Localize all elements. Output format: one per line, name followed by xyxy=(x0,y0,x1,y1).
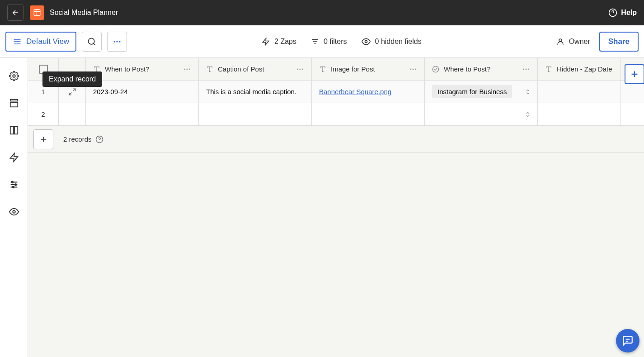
svg-point-26 xyxy=(432,66,438,72)
table-row[interactable]: 1 2023-09-24 This is a social media capt… xyxy=(28,81,644,103)
hidden-label: 0 hidden fields xyxy=(375,38,422,46)
svg-rect-0 xyxy=(34,10,40,16)
svg-point-23 xyxy=(410,68,411,70)
cell-when[interactable]: 2023-09-24 xyxy=(86,81,199,103)
svg-point-19 xyxy=(189,68,190,70)
svg-point-7 xyxy=(559,39,562,42)
data-table: When to Post? Caption of Post Image xyxy=(28,58,644,153)
sidebar-layout[interactable] xyxy=(9,98,19,109)
column-label: Where to Post? xyxy=(444,65,490,73)
toolbar-center: 2 Zaps 0 filters 0 hidden fields xyxy=(127,37,556,46)
chat-fab-button[interactable] xyxy=(616,329,639,352)
svg-point-20 xyxy=(297,68,298,70)
file-link[interactable]: Bannerbear Square.png xyxy=(319,88,391,95)
help-label: Help xyxy=(621,9,637,17)
record-count-text: 2 records xyxy=(63,135,92,143)
expand-row-button[interactable] xyxy=(59,103,86,125)
selector-handle-icon[interactable] xyxy=(525,111,531,118)
back-button[interactable] xyxy=(7,5,24,21)
app-icon xyxy=(30,5,44,20)
row-number[interactable]: 2 xyxy=(28,103,59,125)
svg-point-6 xyxy=(365,40,367,43)
plus-icon xyxy=(39,135,48,144)
text-icon xyxy=(319,66,326,73)
column-header-caption[interactable]: Caption of Post xyxy=(199,58,312,80)
sidebar-settings[interactable] xyxy=(9,71,19,81)
cell-caption[interactable]: This is a social media caption. xyxy=(199,81,312,103)
sidebar-automation[interactable] xyxy=(9,152,19,163)
text-icon xyxy=(545,66,552,73)
selector-handle-icon[interactable] xyxy=(525,89,531,95)
view-selector-button[interactable]: Default View xyxy=(5,32,76,52)
table-footer: 2 records xyxy=(28,126,644,153)
cell-hidden[interactable] xyxy=(538,103,621,125)
column-label: When to Post? xyxy=(105,65,149,73)
cell-when[interactable] xyxy=(86,103,199,125)
user-icon xyxy=(556,38,564,46)
column-header-hidden[interactable]: Hidden - Zap Date xyxy=(538,58,621,80)
svg-point-18 xyxy=(187,68,188,70)
plus-icon xyxy=(630,69,639,79)
svg-point-8 xyxy=(13,75,15,77)
svg-point-25 xyxy=(415,68,416,70)
column-menu-button[interactable] xyxy=(409,65,417,73)
help-button[interactable]: Help xyxy=(608,8,637,17)
add-row-button[interactable] xyxy=(33,129,53,149)
add-column-button[interactable] xyxy=(625,64,644,84)
svg-point-24 xyxy=(413,68,414,70)
svg-point-21 xyxy=(300,68,301,70)
bolt-icon xyxy=(9,152,19,162)
column-label: Caption of Post xyxy=(218,65,264,73)
filters-button[interactable]: 0 filters xyxy=(311,37,347,46)
search-button[interactable] xyxy=(82,32,102,52)
svg-point-3 xyxy=(114,41,115,42)
zap-icon xyxy=(262,38,270,46)
svg-point-14 xyxy=(14,184,16,186)
cell-hidden[interactable] xyxy=(538,81,621,103)
column-header-where[interactable]: Where to Post? xyxy=(425,58,538,80)
sidebar-panels[interactable] xyxy=(9,125,19,136)
sliders-icon xyxy=(9,180,19,190)
more-button[interactable] xyxy=(107,32,127,52)
svg-point-27 xyxy=(523,68,524,70)
cell-where[interactable]: Instagram for Business xyxy=(425,81,538,103)
svg-rect-12 xyxy=(14,127,17,134)
cell-where[interactable] xyxy=(425,103,538,125)
more-horizontal-icon xyxy=(113,37,122,46)
toolbar: Default View 2 Zaps 0 filters 0 hidden f… xyxy=(0,25,644,58)
sidebar-sliders[interactable] xyxy=(9,179,19,190)
zaps-button[interactable]: 2 Zaps xyxy=(262,37,296,46)
column-header-image[interactable]: Image for Post xyxy=(312,58,425,80)
cell-caption[interactable] xyxy=(199,103,312,125)
table-icon xyxy=(33,9,41,17)
help-icon xyxy=(608,8,617,17)
column-menu-button[interactable] xyxy=(522,65,530,73)
eye-icon xyxy=(9,207,19,217)
owner-label: Owner xyxy=(569,38,590,46)
svg-point-22 xyxy=(302,68,303,70)
share-button[interactable]: Share xyxy=(599,32,639,52)
cell-image[interactable] xyxy=(312,103,425,125)
view-icon xyxy=(13,37,22,46)
hidden-fields-button[interactable]: 0 hidden fields xyxy=(362,37,422,46)
owner-button[interactable]: Owner xyxy=(556,38,590,46)
panels-icon xyxy=(9,125,19,135)
column-menu-button[interactable] xyxy=(296,65,304,73)
column-label: Hidden - Zap Date xyxy=(557,65,612,73)
check-circle-icon xyxy=(432,66,439,73)
svg-rect-9 xyxy=(10,100,18,101)
expand-tooltip: Expand record xyxy=(42,71,102,87)
table-row[interactable]: 2 xyxy=(28,103,644,126)
where-tag: Instagram for Business xyxy=(432,85,512,98)
svg-rect-11 xyxy=(10,127,13,134)
more-horizontal-icon xyxy=(409,65,417,73)
sidebar-visibility[interactable] xyxy=(9,206,19,217)
column-header-when[interactable]: When to Post? xyxy=(86,58,199,80)
help-icon[interactable] xyxy=(95,135,103,143)
column-menu-button[interactable] xyxy=(183,65,191,73)
column-label: Image for Post xyxy=(331,65,375,73)
cell-image[interactable]: Bannerbear Square.png xyxy=(312,81,425,103)
more-horizontal-icon xyxy=(296,65,304,73)
table-header-row: When to Post? Caption of Post Image xyxy=(28,58,644,81)
view-label: Default View xyxy=(26,37,69,46)
